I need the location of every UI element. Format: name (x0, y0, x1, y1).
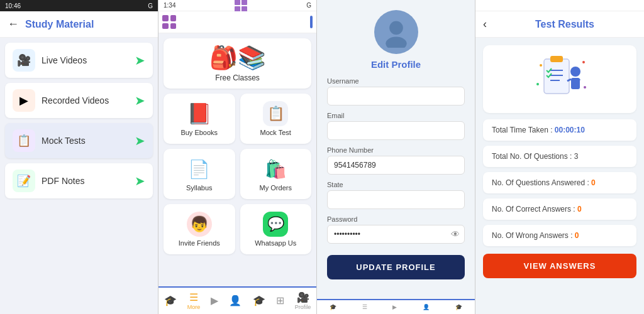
svg-rect-3 (550, 56, 563, 62)
mock-test-label: Mock Test (245, 129, 307, 136)
nav-profile-right[interactable]: 🎥 Profile (295, 291, 311, 310)
menu-item-mock-tests[interactable]: 📋 Mock Tests ➤ (5, 123, 153, 158)
panel4-status-bar (475, 0, 644, 11)
status-time: 10:46 (5, 3, 21, 9)
menu-item-live-videos[interactable]: 🎥 Live Videos ➤ (5, 43, 153, 78)
back-button[interactable]: ← (8, 18, 19, 31)
panel4-title: Test Results (493, 19, 636, 30)
free-classes-banner[interactable]: 🎒📚 Free Classes (164, 38, 311, 89)
password-input[interactable] (327, 225, 465, 244)
panel4-header: ‹ Test Results (475, 11, 644, 38)
view-answers-button[interactable]: VIEW ANSWERS (483, 254, 636, 278)
pdf-notes-label: PDF Notes (42, 176, 135, 186)
study-material-panel: 10:46 G ← Study Material 🎥 Live Videos ➤… (0, 0, 158, 314)
whatsapp-us-item[interactable]: 💬 Whatsapp Us (240, 204, 312, 254)
grid-menu: 📕 Buy Ebooks 📋 Mock Test 📄 Syllabus 🛍️ M… (164, 94, 311, 254)
free-classes-illustration: 🎒📚 (170, 45, 305, 71)
panel2-navbar: 🎓 ☰ More ▶ 👤 🎓 ⊞ 🎥 Profile (158, 286, 316, 314)
mock-tests-icon: 📋 (13, 129, 35, 152)
nav-home-icon: 🎓 (164, 295, 177, 306)
profile-avatar-section (327, 10, 465, 54)
avatar-icon (380, 16, 412, 48)
correct-answers-card: No. Of Correct Answers : 0 (483, 198, 636, 220)
time-taken-value: 00:00:10 (555, 126, 585, 134)
wrong-answers-card: No. Of Wrong Answers : 0 (483, 225, 636, 246)
state-label: State (327, 181, 465, 188)
p3-nav-home-icon: 🎓 (330, 304, 336, 310)
invite-friends-label: Invite Friends (169, 239, 230, 247)
syllabus-item[interactable]: 📄 Syllabus (164, 149, 235, 199)
panel3-navbar: 🎓 ☰ ▶ 👤 🎓 (317, 299, 475, 314)
email-input[interactable] (327, 121, 465, 140)
nav-profile-center[interactable]: 👤 (229, 295, 242, 307)
nav-more[interactable]: ☰ More (187, 291, 201, 310)
panel1-header: ← Study Material (0, 11, 158, 38)
results-svg (528, 53, 591, 103)
p3-nav-more-icon: ☰ (362, 304, 367, 310)
nav-home[interactable]: 🎓 (164, 295, 177, 307)
menu-item-recorded-videos[interactable]: ▶ Recorded Videos ➤ (5, 83, 153, 118)
pdf-notes-icon: 📝 (13, 170, 35, 192)
dashboard-panel: 1:34 G 🎒📚 Free Classes 📕 Buy Ebooks 📋 Mo (158, 0, 317, 314)
nav-videos[interactable]: ▶ (211, 295, 218, 307)
svg-point-1 (386, 37, 406, 48)
buy-ebooks-item[interactable]: 📕 Buy Ebooks (164, 94, 235, 144)
time-taken-label: Total Time Taken : (492, 126, 555, 134)
whatsapp-us-label: Whatsapp Us (245, 239, 307, 247)
buy-ebooks-label: Buy Ebooks (169, 129, 230, 136)
status-icons: G (148, 3, 153, 9)
nav-courses[interactable]: 🎓 (253, 295, 265, 307)
edit-profile-title: Edit Profile (327, 59, 465, 70)
avatar (374, 10, 418, 54)
total-questions-label: Total No. Of Questions : (492, 152, 574, 161)
username-input[interactable] (327, 87, 465, 106)
email-group: Email (327, 112, 465, 140)
answered-value: 0 (591, 178, 596, 187)
nav-videos-icon: ▶ (211, 295, 218, 306)
svg-point-11 (540, 64, 542, 67)
buy-ebooks-icon: 📕 (187, 101, 212, 126)
password-group: Password 👁 (327, 215, 465, 244)
total-questions-value: 3 (574, 152, 579, 161)
p3-nav-profile-icon: 👤 (423, 304, 430, 310)
state-group: State (327, 181, 465, 209)
my-orders-label: My Orders (245, 184, 307, 192)
wrong-answers-label: No. Of Wrong Answers : (492, 231, 575, 240)
panel4-back-button[interactable]: ‹ (483, 18, 487, 31)
my-orders-item[interactable]: 🛍️ My Orders (240, 149, 312, 199)
total-questions-card: Total No. Of Questions : 3 (483, 146, 636, 167)
phone-input[interactable] (327, 156, 465, 175)
p3-nav-courses[interactable]: 🎓 (455, 304, 462, 310)
panel2-status-right: G (306, 2, 311, 9)
nav-grid[interactable]: ⊞ (276, 295, 284, 307)
test-results-panel: ‹ Test Results (475, 0, 644, 314)
p3-nav-home[interactable]: 🎓 (330, 304, 336, 310)
panel2-topbar (158, 11, 316, 33)
password-field-wrap: 👁 (327, 225, 465, 244)
invite-friends-item[interactable]: 👦 Invite Friends (164, 204, 235, 254)
password-label: Password (327, 215, 465, 223)
p3-nav-profile[interactable]: 👤 (423, 304, 430, 310)
svg-point-12 (582, 61, 585, 63)
apps-icon (162, 15, 176, 29)
p3-nav-more[interactable]: ☰ (362, 304, 367, 310)
answered-label: No. Of Questions Answered : (492, 178, 591, 187)
live-videos-label: Live Videos (42, 55, 135, 65)
correct-answers-value: 0 (577, 205, 582, 214)
mock-test-item[interactable]: 📋 Mock Test (240, 94, 312, 144)
whatsapp-icon: 💬 (263, 212, 288, 237)
update-profile-button[interactable]: UPDATE PROFILE (327, 255, 465, 279)
phone-label: Phone Number (327, 146, 465, 154)
password-toggle-icon[interactable]: 👁 (451, 229, 460, 239)
state-input[interactable] (327, 190, 465, 209)
syllabus-icon: 📄 (187, 156, 212, 181)
results-illustration (483, 45, 636, 113)
profile-form-content: Edit Profile Username Email Phone Number… (317, 0, 475, 299)
menu-item-pdf-notes[interactable]: 📝 PDF Notes ➤ (5, 163, 153, 198)
svg-point-0 (389, 21, 403, 35)
live-videos-icon: 🎥 (13, 49, 35, 72)
nav-more-label: More (187, 304, 201, 310)
answered-card: No. Of Questions Answered : 0 (483, 172, 636, 193)
email-label: Email (327, 112, 465, 119)
p3-nav-videos[interactable]: ▶ (392, 304, 397, 310)
